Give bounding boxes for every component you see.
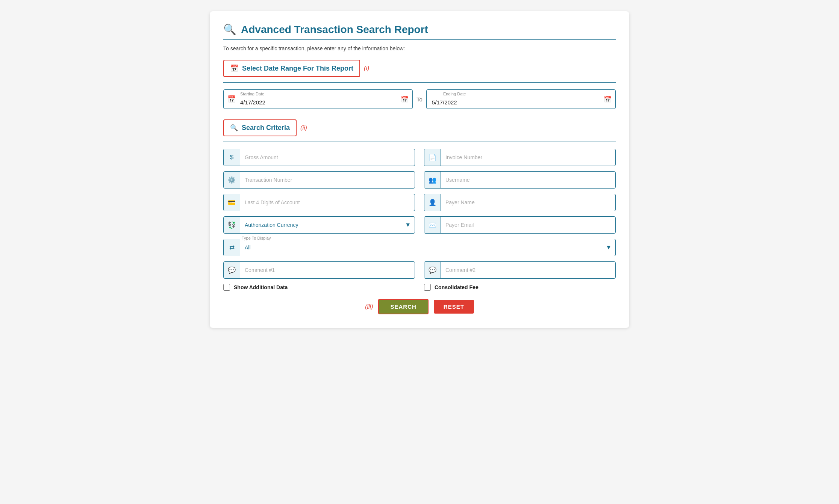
transaction-number-input[interactable] [240, 172, 415, 188]
dollar-icon: $ [224, 149, 240, 166]
username-wrapper: 👥 [424, 171, 616, 189]
ending-date-label: Ending Date [443, 92, 466, 96]
currency-icon: 💱 [224, 217, 240, 233]
comment2-icon: 💬 [424, 262, 441, 278]
comment1-wrapper: 💬 [223, 261, 415, 279]
consolidated-fee-checkbox[interactable] [424, 284, 431, 291]
comment1-icon: 💬 [224, 262, 240, 278]
type-display-inner: ⇄ All Credit Debit ▼ [224, 239, 615, 256]
calendar-icon: 📅 [230, 64, 238, 72]
email-icon: ✉️ [424, 217, 441, 233]
ending-date-field[interactable]: Ending Date 📅 [426, 89, 616, 109]
show-additional-data-label: Show Additional Data [234, 284, 288, 290]
bottom-checkboxes: Show Additional Data Consolidated Fee [223, 284, 616, 291]
search-criteria-icon: 🔍 [230, 124, 238, 132]
payer-email-wrapper: ✉️ [424, 216, 616, 234]
shuffle-icon: ⇄ [224, 239, 240, 256]
users-icon: 👥 [424, 172, 441, 188]
date-row: 📅 Starting Date 📅 To Ending Date 📅 [223, 89, 616, 109]
comment1-input[interactable] [240, 262, 415, 278]
date-range-section-box: 📅 Select Date Range For This Report [223, 60, 360, 77]
payer-email-input[interactable] [441, 217, 615, 233]
transaction-number-wrapper: ⚙️ [223, 171, 415, 189]
starting-date-label: Starting Date [240, 92, 264, 96]
start-calendar-icon: 📅 [227, 95, 236, 103]
gross-amount-wrapper: $ [223, 149, 415, 166]
invoice-number-wrapper: 📄 [424, 149, 616, 166]
consolidated-fee-row: Consolidated Fee [424, 284, 616, 291]
page-container: 🔍 Advanced Transaction Search Report To … [210, 11, 629, 328]
type-display-chevron-icon: ▼ [606, 244, 612, 251]
page-title: Advanced Transaction Search Report [241, 24, 428, 36]
auth-currency-chevron-icon: ▼ [405, 222, 411, 228]
auth-currency-select[interactable]: Authorization Currency USD EUR GBP [240, 217, 405, 233]
date-divider [223, 82, 616, 83]
payer-name-input[interactable] [441, 194, 615, 211]
end-cal-right-icon[interactable]: 📅 [604, 95, 612, 103]
type-display-label: Type To Display [240, 236, 272, 240]
start-cal-right-icon[interactable]: 📅 [401, 95, 409, 103]
card-icon: 💳 [224, 194, 240, 211]
form-grid: $ 📄 ⚙️ 👥 💳 👤 💱 [223, 149, 616, 279]
page-title-row: 🔍 Advanced Transaction Search Report [223, 23, 616, 36]
title-divider [223, 39, 616, 40]
type-display-wrapper: Type To Display ⇄ All Credit Debit ▼ [223, 239, 616, 256]
search-criteria-section-box: 🔍 Search Criteria [223, 119, 297, 136]
show-additional-data-checkbox[interactable] [223, 284, 230, 291]
search-button[interactable]: SEARCH [378, 299, 428, 314]
search-divider [223, 142, 616, 142]
gear-icon: ⚙️ [224, 172, 240, 188]
comment2-input[interactable] [441, 262, 615, 278]
invoice-number-input[interactable] [441, 149, 615, 166]
last4-digits-wrapper: 💳 [223, 194, 415, 211]
gross-amount-input[interactable] [240, 149, 415, 166]
username-input[interactable] [441, 172, 615, 188]
to-label: To [416, 96, 423, 103]
starting-date-field[interactable]: 📅 Starting Date 📅 [223, 89, 413, 109]
show-additional-data-row: Show Additional Data [223, 284, 415, 291]
consolidated-fee-label: Consolidated Fee [435, 284, 479, 290]
search-icon: 🔍 [223, 23, 236, 36]
payer-name-wrapper: 👤 [424, 194, 616, 211]
button-row: (iii) SEARCH RESET [223, 299, 616, 314]
auth-currency-wrapper: 💱 Authorization Currency USD EUR GBP ▼ [223, 216, 415, 234]
date-section-header: 📅 Select Date Range For This Report (i) [223, 60, 616, 77]
date-range-label: Select Date Range For This Report [242, 65, 353, 72]
type-display-full-row: Type To Display ⇄ All Credit Debit ▼ [223, 239, 616, 256]
date-annotation: (i) [364, 65, 369, 72]
reset-button[interactable]: RESET [434, 300, 474, 314]
search-annotation: (ii) [300, 125, 307, 131]
last4-digits-input[interactable] [240, 194, 415, 211]
search-criteria-label: Search Criteria [242, 124, 290, 132]
comment2-wrapper: 💬 [424, 261, 616, 279]
page-subtitle: To search for a specific transaction, pl… [223, 45, 616, 51]
person-icon: 👤 [424, 194, 441, 211]
button-annotation: (iii) [365, 303, 373, 310]
search-criteria-section-header: 🔍 Search Criteria (ii) [223, 119, 616, 136]
type-display-select[interactable]: All Credit Debit [240, 239, 606, 256]
invoice-icon: 📄 [424, 149, 441, 166]
